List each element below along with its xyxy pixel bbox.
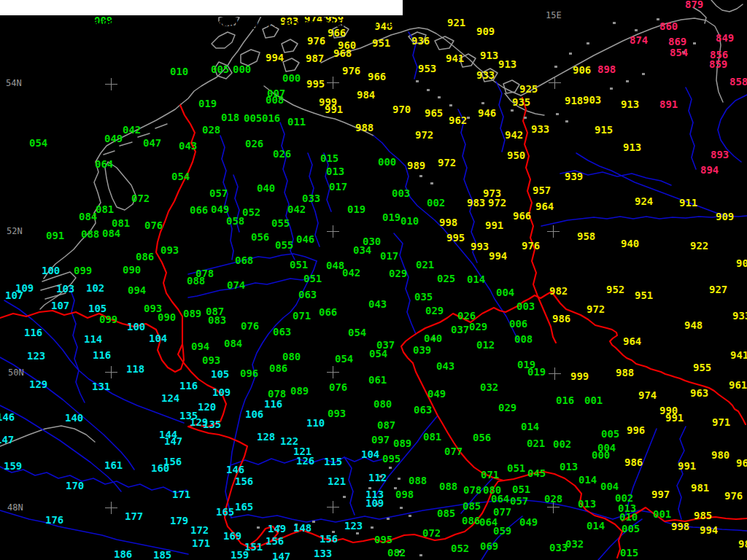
station-value: 991: [325, 104, 343, 114]
station-value: 049: [211, 204, 229, 214]
station-value: 008: [266, 95, 284, 105]
station-value: 076: [329, 382, 347, 392]
terrain-speck: [427, 89, 430, 91]
station-value: 083: [208, 315, 226, 325]
station-value: 014: [521, 421, 539, 432]
station-value: 099: [99, 314, 117, 324]
graticule-cross: [327, 225, 339, 238]
station-value: 915: [595, 125, 613, 135]
station-value: 074: [227, 280, 245, 290]
station-value: 963: [690, 388, 708, 398]
station-value: 982: [549, 286, 568, 296]
station-value: 985: [694, 510, 712, 521]
station-value: 120: [198, 402, 216, 412]
station-value: 148: [293, 523, 311, 533]
station-value: 854: [670, 47, 688, 58]
station-value: 054: [29, 138, 47, 148]
station-value: 054: [335, 354, 353, 364]
station-value: 014: [467, 274, 485, 284]
station-value: 028: [202, 125, 220, 135]
station-value: 161: [104, 460, 123, 470]
station-value: 965: [425, 108, 443, 118]
coastline-path: [521, 18, 723, 102]
station-value: 114: [84, 334, 102, 344]
station-value: 080: [374, 399, 392, 409]
station-value: 913: [480, 50, 498, 61]
station-value: 991: [485, 220, 503, 230]
terrain-speck: [312, 521, 315, 523]
station-value: 002: [615, 493, 633, 503]
river-path: [677, 427, 686, 519]
station-value: 019: [347, 204, 365, 214]
station-value: 124: [161, 393, 179, 403]
station-value: 983: [467, 198, 485, 208]
station-value: 984: [357, 90, 375, 100]
station-value: 118: [126, 364, 144, 374]
terrain-speck: [481, 102, 484, 104]
station-value: 991: [678, 461, 696, 471]
station-value: 146: [0, 412, 15, 422]
title-bar: SON 02.03.08 15:00 UTC Bodenwettermeldun…: [0, 0, 404, 17]
station-value: 068: [235, 255, 253, 265]
station-value: 106: [245, 409, 263, 419]
station-value: 084: [102, 228, 120, 238]
station-value: 110: [306, 418, 325, 428]
station-value: 994: [700, 525, 718, 535]
station-value: 907: [736, 258, 747, 268]
station-value: 052: [242, 207, 260, 217]
station-value: 010: [400, 216, 419, 226]
station-value: 003: [392, 188, 410, 198]
station-value: 116: [264, 399, 282, 409]
station-value: 056: [251, 232, 269, 242]
station-value: 063: [273, 327, 291, 337]
station-value: 962: [449, 115, 467, 125]
station-value: 909: [476, 26, 495, 36]
station-value: 997: [651, 489, 670, 499]
station-value: 088: [409, 475, 427, 486]
station-value: 903: [583, 95, 601, 105]
terrain-speck: [400, 507, 403, 509]
station-value: 921: [447, 18, 465, 28]
terrain-speck: [430, 182, 433, 184]
station-value: 015: [620, 548, 638, 558]
station-value: 966: [368, 71, 386, 82]
terrain-speck: [693, 42, 696, 44]
station-value: 993: [471, 241, 489, 252]
station-value: 964: [623, 336, 641, 346]
graticule-label: 50N: [8, 368, 24, 377]
terrain-speck: [587, 42, 589, 44]
graticule-cross: [327, 366, 339, 378]
graticule-label: 52N: [7, 227, 23, 236]
terrain-speck: [511, 109, 514, 112]
terrain-speck: [416, 80, 419, 82]
terrain-speck: [467, 117, 470, 119]
station-value: 093: [328, 408, 346, 419]
station-value: 951: [372, 38, 390, 48]
coastline-path: [0, 426, 95, 446]
station-value: 185: [153, 550, 171, 560]
station-value: 156: [266, 536, 284, 546]
station-value: 171: [192, 538, 210, 548]
station-value: 098: [395, 489, 414, 499]
station-value: 018: [221, 112, 239, 122]
station-value: 086: [269, 363, 287, 373]
station-value: 160: [151, 463, 169, 473]
station-value: 986: [624, 457, 643, 467]
station-value: 055: [271, 218, 290, 228]
station-value: 096: [240, 368, 258, 378]
station-value: 077: [444, 446, 462, 456]
station-value: 032: [565, 539, 584, 549]
station-value: 100: [127, 322, 145, 332]
station-value: 952: [606, 284, 624, 295]
station-value: 064: [95, 159, 113, 169]
station-value: 103: [56, 284, 74, 294]
coastline-path: [282, 39, 298, 52]
station-value: 962: [736, 458, 747, 468]
station-value: 051: [507, 463, 525, 473]
station-value: 159: [231, 550, 249, 560]
station-value: 121: [328, 476, 346, 486]
station-value: 147: [272, 551, 290, 560]
station-value: 056: [473, 432, 491, 443]
station-value: 933: [732, 311, 747, 321]
station-value: 016: [262, 113, 280, 123]
